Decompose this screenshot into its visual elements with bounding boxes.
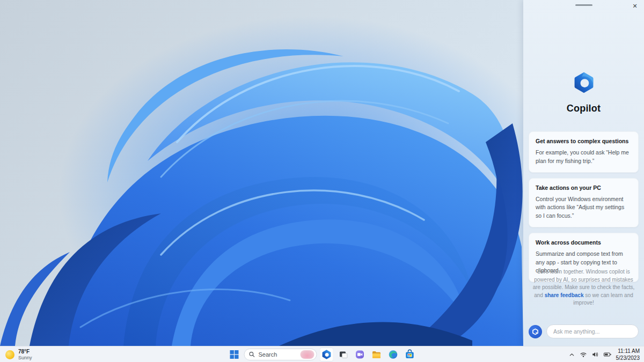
card-title: Work across documents xyxy=(536,239,632,246)
battery-icon[interactable] xyxy=(603,351,612,358)
microsoft-store-icon xyxy=(405,349,415,360)
copilot-icon xyxy=(321,349,332,360)
chat-input-row xyxy=(529,324,639,338)
card-take-actions[interactable]: Take actions on your PC Control your Win… xyxy=(529,178,639,227)
close-icon[interactable]: ✕ xyxy=(630,1,640,11)
weather-temp: 78°F xyxy=(18,349,32,355)
chat-icon xyxy=(355,349,365,360)
taskbar: 78°F Sunny Search xyxy=(0,346,644,362)
card-title: Get answers to complex questions xyxy=(536,138,632,144)
copilot-mini-icon xyxy=(532,328,539,335)
microsoft-store-button[interactable] xyxy=(403,348,417,361)
volume-icon[interactable] xyxy=(591,351,599,358)
weather-widget[interactable]: 78°F Sunny xyxy=(5,346,32,362)
start-button[interactable] xyxy=(228,348,241,361)
ai-disclaimer: Let’s learn together. Windows copilot is… xyxy=(530,268,637,307)
search-daily-image xyxy=(301,350,314,359)
search-placeholder: Search xyxy=(259,351,297,358)
ask-me-anything-input[interactable] xyxy=(546,324,639,338)
clock[interactable]: 11:11 AM 5/23/2023 xyxy=(616,348,640,361)
search-icon xyxy=(249,351,255,358)
card-body: For example, you could ask “Help me plan… xyxy=(536,149,632,166)
card-body: Control your Windows environment with ac… xyxy=(536,195,632,220)
tray-date: 5/23/2023 xyxy=(616,354,640,361)
taskbar-center: Search xyxy=(228,346,417,362)
task-view-icon xyxy=(338,349,349,360)
copilot-input-button[interactable] xyxy=(529,325,542,338)
copilot-title: Copilot xyxy=(523,103,644,114)
task-view-button[interactable] xyxy=(336,348,350,361)
chat-button[interactable] xyxy=(353,348,367,361)
weather-condition: Sunny xyxy=(18,355,32,360)
share-feedback-link[interactable]: share feedback xyxy=(545,292,584,298)
sidebar-drag-handle[interactable] xyxy=(575,4,592,6)
search-box[interactable]: Search xyxy=(244,349,317,360)
taskbar-copilot-button[interactable] xyxy=(320,348,334,361)
file-explorer-button[interactable] xyxy=(370,348,384,361)
windows-logo-icon xyxy=(230,350,239,359)
tray-time: 11:11 AM xyxy=(616,348,640,354)
copilot-sidebar: ✕ Copilot Get answers to complex questio… xyxy=(523,0,644,346)
card-title: Take actions on your PC xyxy=(536,184,632,191)
edge-icon xyxy=(388,349,399,360)
sun-icon xyxy=(5,350,14,359)
edge-button[interactable] xyxy=(386,348,400,361)
copilot-logo-icon xyxy=(572,71,596,97)
wifi-icon[interactable] xyxy=(580,351,587,358)
hidden-icons-chevron[interactable] xyxy=(568,351,575,358)
file-explorer-icon xyxy=(371,349,382,360)
system-tray: 11:11 AM 5/23/2023 xyxy=(568,346,640,362)
suggestion-cards: Get answers to complex questions For exa… xyxy=(529,131,639,282)
card-complex-questions[interactable]: Get answers to complex questions For exa… xyxy=(529,131,639,173)
